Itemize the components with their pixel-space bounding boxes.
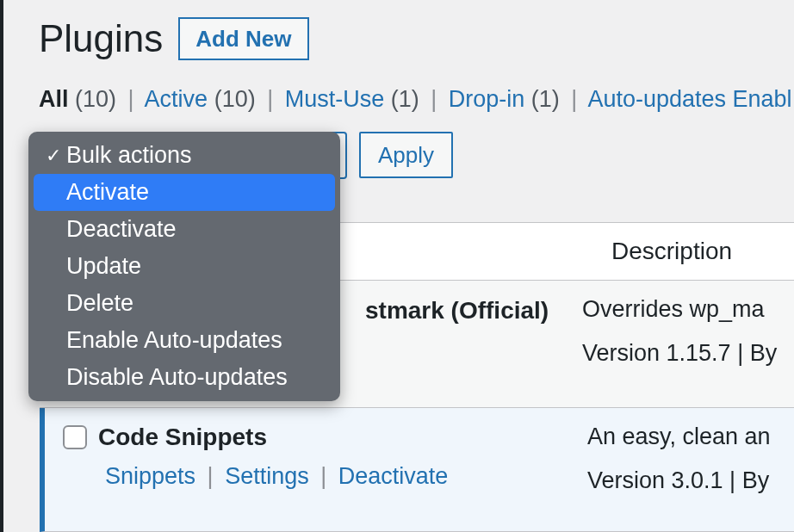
check-icon: ✓ [44, 145, 63, 167]
plugin-meta: Version 1.15.7 | By [582, 340, 777, 367]
filter-dropin-label: Drop-in [449, 86, 525, 112]
plugin-action-settings[interactable]: Settings [225, 463, 309, 489]
apply-button[interactable]: Apply [359, 132, 453, 178]
bulk-option-bulk-actions[interactable]: ✓ Bulk actions [34, 137, 335, 174]
filter-sep: | [123, 86, 140, 112]
filter-auto-updates[interactable]: Auto-updates Enabl [587, 86, 791, 112]
filter-dropin[interactable]: Drop-in (1) [449, 86, 567, 112]
bulk-option-label: Bulk actions [66, 142, 192, 169]
filter-sep: | [425, 86, 442, 112]
filter-mustuse[interactable]: Must-Use (1) [285, 86, 426, 112]
bulk-option-label: Disable Auto-updates [66, 364, 288, 391]
plugin-action-deactivate[interactable]: Deactivate [338, 463, 449, 489]
bulk-option-update[interactable]: Update [34, 248, 335, 285]
filter-mustuse-label: Must-Use [285, 86, 385, 112]
plugin-name[interactable]: Code Snippets [98, 424, 587, 451]
filter-active-label: Active [145, 86, 208, 112]
bulk-option-label: Update [66, 253, 141, 280]
filter-sep: | [566, 86, 582, 112]
pipe: | [202, 463, 219, 489]
filter-all-count: (10) [75, 86, 116, 112]
row-checkbox[interactable] [63, 425, 87, 449]
plugin-action-snippets[interactable]: Snippets [105, 463, 195, 489]
bulk-option-label: Delete [66, 290, 133, 317]
filter-links: All (10) | Active (10) | Must-Use (1) | … [39, 86, 794, 113]
filter-dropin-count: (1) [531, 86, 560, 112]
filter-all-label: All [39, 86, 69, 112]
bulk-option-label: Enable Auto-updates [66, 327, 282, 354]
plugin-description: Overrides wp_ma [582, 296, 777, 323]
page-title: Plugins [39, 17, 163, 60]
add-new-button[interactable]: Add New [178, 17, 308, 60]
bulk-option-label: Activate [66, 179, 149, 206]
filter-all[interactable]: All (10) [39, 86, 123, 112]
filter-active-count: (10) [214, 86, 256, 112]
filter-mustuse-count: (1) [391, 86, 419, 112]
filter-active[interactable]: Active (10) [145, 86, 263, 112]
bulk-option-activate[interactable]: Activate [34, 174, 335, 211]
table-row: Code Snippets Snippets | Settings | Deac… [40, 408, 794, 532]
column-description-header[interactable]: Description [611, 238, 732, 265]
filter-sep: | [262, 86, 278, 112]
plugin-name[interactable]: stmark (Official) [365, 297, 549, 325]
bulk-option-deactivate[interactable]: Deactivate [34, 211, 335, 248]
bulk-actions-dropdown[interactable]: ✓ Bulk actions Activate Deactivate Updat… [28, 132, 340, 401]
window-left-border [0, 0, 3, 532]
bulk-option-enable-auto[interactable]: Enable Auto-updates [34, 322, 335, 359]
pipe: | [315, 463, 332, 489]
bulk-option-label: Deactivate [66, 216, 177, 243]
bulk-option-disable-auto[interactable]: Disable Auto-updates [34, 359, 335, 396]
bulk-option-delete[interactable]: Delete [34, 285, 335, 322]
plugin-meta: Version 3.0.1 | By [587, 467, 771, 494]
plugin-row-actions: Snippets | Settings | Deactivate [105, 463, 587, 490]
plugin-description: An easy, clean an [587, 424, 771, 450]
